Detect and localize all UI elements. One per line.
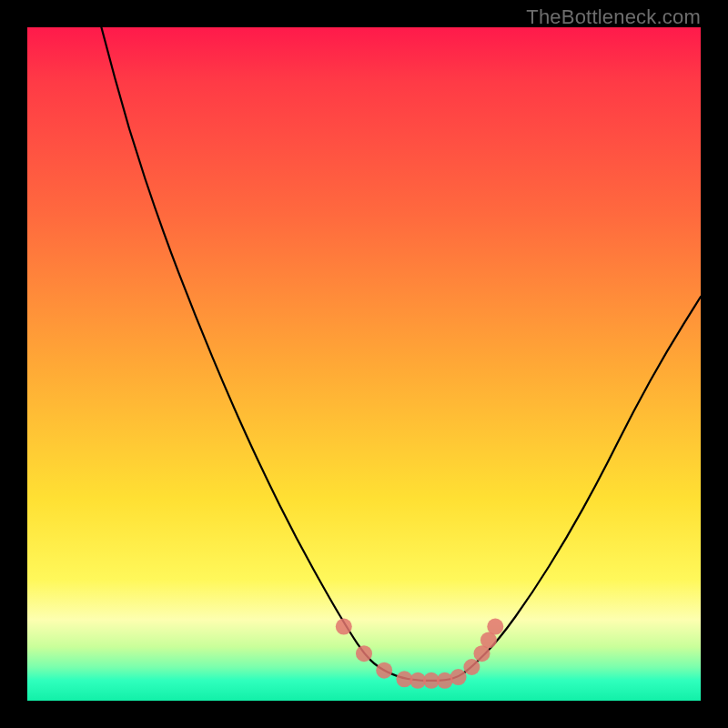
attribution-label: TheBottleneck.com xyxy=(526,5,701,29)
marker-point xyxy=(336,619,352,635)
marker-point xyxy=(487,619,503,635)
marker-point xyxy=(356,645,372,662)
chart-frame: TheBottleneck.com xyxy=(0,0,728,728)
marker-point xyxy=(450,669,467,685)
bottleneck-curve-line xyxy=(101,27,701,681)
marker-point xyxy=(376,662,392,679)
chart-svg xyxy=(27,27,701,701)
chart-plot-area xyxy=(27,27,701,701)
marker-point xyxy=(463,659,480,675)
highlight-markers xyxy=(336,619,504,689)
